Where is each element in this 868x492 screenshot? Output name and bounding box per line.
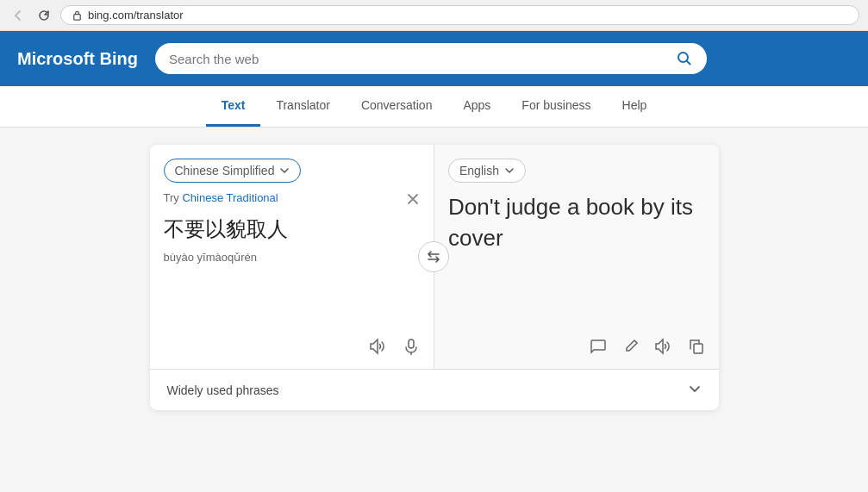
nav-item-conversation[interactable]: Conversation (346, 86, 448, 127)
search-input[interactable] (169, 52, 676, 66)
phrases-label: Widely used phrases (167, 383, 279, 397)
chevron-down-icon (688, 382, 702, 398)
back-button[interactable] (9, 6, 28, 25)
source-lang-label: Chinese Simplified (175, 164, 275, 177)
refresh-button[interactable] (34, 6, 53, 25)
url-text: bing.com/translator (88, 9, 184, 22)
bing-header: Microsoft Bing (0, 31, 868, 86)
close-icon (406, 192, 420, 206)
right-actions (586, 334, 709, 358)
nav-item-text[interactable]: Text (206, 86, 261, 127)
main-content: Chinese Simplified Try Chinese Tradition… (0, 128, 868, 427)
nav-item-help[interactable]: Help (607, 86, 663, 127)
nav-item-translator[interactable]: Translator (260, 86, 346, 127)
left-panel: Chinese Simplified Try Chinese Tradition… (150, 145, 435, 369)
romanization: bùyào yīmàoqǔrén (164, 251, 421, 264)
speak-translation-button[interactable] (652, 334, 676, 358)
copy-button[interactable] (684, 334, 709, 358)
swap-button[interactable] (418, 241, 449, 272)
try-traditional-link[interactable]: Chinese Traditional (182, 191, 278, 204)
source-text: 不要以貌取人 (164, 215, 421, 244)
dropdown-icon-right (504, 165, 515, 176)
svg-rect-2 (409, 339, 414, 348)
browser-chrome: bing.com/translator (0, 0, 868, 31)
svg-rect-0 (74, 15, 80, 21)
clear-button[interactable] (406, 192, 420, 210)
phrases-section[interactable]: Widely used phrases (150, 370, 719, 410)
edit-icon (622, 338, 640, 355)
chat-icon (590, 338, 607, 355)
chat-button[interactable] (586, 334, 610, 358)
mic-icon (403, 338, 420, 355)
swap-icon (426, 249, 441, 265)
mic-button[interactable] (399, 334, 423, 358)
nav-item-for-business[interactable]: For business (506, 86, 606, 127)
try-link-container: Try Chinese Traditional (164, 191, 421, 204)
search-bar-container (155, 43, 707, 74)
address-bar[interactable]: bing.com/translator (60, 5, 859, 25)
left-actions (366, 334, 423, 358)
translator-box: Chinese Simplified Try Chinese Tradition… (150, 145, 719, 410)
nav-item-apps[interactable]: Apps (447, 86, 506, 127)
copy-icon (688, 338, 705, 355)
lock-icon (72, 9, 83, 21)
try-label: Try (164, 191, 179, 204)
svg-rect-4 (694, 344, 703, 353)
right-panel: English Don't judge a book by its cover (434, 145, 719, 369)
translated-text: Don't judge a book by its cover (448, 191, 705, 254)
edit-button[interactable] (619, 334, 643, 358)
target-lang-selector[interactable]: English (448, 159, 526, 183)
translator-panels: Chinese Simplified Try Chinese Tradition… (150, 145, 719, 370)
speak-source-button[interactable] (366, 334, 390, 358)
search-button[interactable] (676, 50, 693, 67)
search-icon (676, 50, 693, 67)
nav-bar: Text Translator Conversation Apps For bu… (0, 86, 868, 128)
source-lang-selector[interactable]: Chinese Simplified (164, 159, 302, 183)
target-lang-label: English (459, 164, 499, 177)
speaker-icon (370, 338, 387, 355)
speaker-translation-icon (655, 338, 672, 355)
dropdown-icon-left (279, 165, 290, 176)
bing-logo: Microsoft Bing (17, 49, 138, 69)
